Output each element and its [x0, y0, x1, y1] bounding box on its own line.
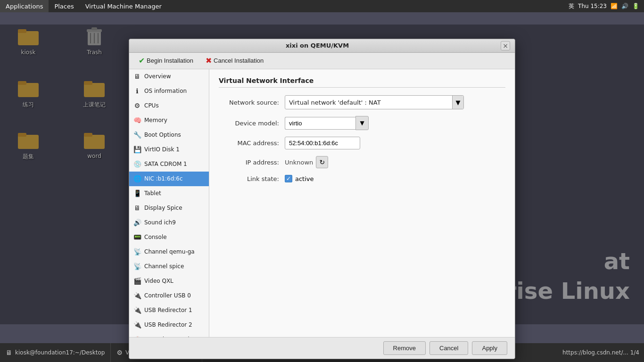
- sidebar-virtio-label: VirtIO Disk 1: [144, 146, 205, 153]
- network-source-row: Network source: Virtual network 'default…: [219, 95, 505, 109]
- topbar: Applications Places Virtual Machine Mana…: [0, 0, 644, 12]
- device-model-wrapper: ▼: [285, 116, 379, 130]
- sidebar-item-video-qxl[interactable]: 🎬 Video QXL: [129, 274, 209, 288]
- sidebar-item-console[interactable]: 📟 Console: [129, 230, 209, 245]
- display-spice-icon: 🖥: [133, 204, 141, 212]
- device-model-control: ▼: [285, 116, 473, 130]
- link-state-control: ✓ active: [285, 175, 473, 182]
- vmm-taskbar-icon: ⚙: [116, 349, 123, 356]
- dialog-titlebar: xixi on QEMU/KVM ×: [129, 39, 515, 53]
- sidebar-item-tablet[interactable]: 📱 Tablet: [129, 186, 209, 201]
- remove-button[interactable]: Remove: [383, 341, 426, 355]
- memory-icon: 🧠: [133, 116, 141, 124]
- channel-qemu-icon: 📡: [133, 247, 141, 256]
- tablet-icon: 📱: [133, 189, 141, 197]
- sidebar-item-controller-usb[interactable]: 🔌 Controller USB 0: [129, 288, 209, 303]
- places-label: Places: [54, 3, 74, 10]
- cpus-icon: ⚙: [133, 101, 141, 110]
- sidebar-item-os-info[interactable]: ℹ OS information: [129, 84, 209, 99]
- device-model-dropdown-btn[interactable]: ▼: [355, 116, 369, 130]
- begin-icon: ✔: [139, 56, 145, 65]
- language-indicator: 英: [569, 2, 574, 10]
- console-icon: 📟: [133, 233, 141, 241]
- sidebar-item-memory[interactable]: 🧠 Memory: [129, 113, 209, 128]
- sidebar-item-channel-qemu[interactable]: 📡 Channel qemu-ga: [129, 245, 209, 259]
- clock: Thu 15:23: [578, 3, 607, 9]
- link-state-text: active: [295, 175, 314, 182]
- cancel-installation-button[interactable]: ✖ Cancel Installation: [201, 54, 268, 67]
- sidebar-item-rng[interactable]: 🎲 RNG /dev/urandom: [129, 332, 209, 337]
- taskbar-terminal[interactable]: 🖥 kiosk@foundation17:~/Desktop: [0, 343, 111, 362]
- sidebar-nic-label: NIC :b1:6d:6c: [144, 175, 205, 182]
- sidebar-item-channel-spice[interactable]: 📡 Channel spice: [129, 259, 209, 274]
- mac-address-label: MAC address:: [219, 140, 285, 147]
- close-button[interactable]: ×: [501, 41, 510, 50]
- sidebar-item-display-spice[interactable]: 🖥 Display Spice: [129, 201, 209, 215]
- device-model-label: Device model:: [219, 120, 285, 127]
- topbar-places[interactable]: Places: [49, 0, 79, 12]
- sata-cdrom-icon: 💿: [133, 160, 141, 168]
- sidebar-console-label: Console: [144, 234, 205, 240]
- sidebar-controller-usb-label: Controller USB 0: [144, 292, 205, 299]
- network-source-arrow[interactable]: ▼: [452, 96, 463, 109]
- sidebar-item-nic[interactable]: 🌐 NIC :b1:6d:6c: [129, 172, 209, 186]
- network-source-control: Virtual network 'default' : NAT ▼: [285, 95, 473, 109]
- topbar-applications[interactable]: Applications: [0, 0, 49, 12]
- ip-value: Unknown: [285, 159, 313, 166]
- ip-wrapper: Unknown ↻: [285, 156, 473, 168]
- sidebar-item-usb-redir2[interactable]: 🔌 USB Redirector 2: [129, 318, 209, 332]
- network-source-label: Network source:: [219, 99, 285, 106]
- apply-button[interactable]: Apply: [472, 341, 507, 355]
- os-info-icon: ℹ: [133, 87, 141, 95]
- wifi-icon: 📶: [611, 3, 618, 9]
- terminal-label: kiosk@foundation17:~/Desktop: [15, 349, 105, 356]
- device-model-row: Device model: ▼: [219, 116, 505, 130]
- sidebar-cpus-label: CPUs: [144, 102, 205, 109]
- device-model-input[interactable]: [285, 117, 355, 130]
- overview-icon: 🖥: [133, 72, 141, 81]
- desktop: kiosk Trash 练习: [0, 12, 644, 343]
- network-source-dropdown[interactable]: Virtual network 'default' : NAT ▼: [285, 95, 464, 109]
- begin-installation-button[interactable]: ✔ Begin Installation: [134, 54, 198, 67]
- ip-address-label: IP address:: [219, 159, 285, 166]
- ip-address-row: IP address: Unknown ↻: [219, 156, 505, 168]
- ip-refresh-button[interactable]: ↻: [316, 156, 328, 168]
- sidebar-boot-options-label: Boot Options: [144, 132, 205, 138]
- cancel-icon: ✖: [206, 56, 212, 65]
- controller-usb-icon: 🔌: [133, 291, 141, 300]
- usb-redir1-icon: 🔌: [133, 306, 141, 314]
- sidebar-item-sata-cdrom[interactable]: 💿 SATA CDROM 1: [129, 157, 209, 172]
- sidebar-item-usb-redir1[interactable]: 🔌 USB Redirector 1: [129, 303, 209, 318]
- sidebar-sata-cdrom-label: SATA CDROM 1: [144, 161, 205, 167]
- topbar-vmm[interactable]: Virtual Machine Manager: [80, 0, 167, 12]
- sidebar-tablet-label: Tablet: [144, 190, 205, 197]
- link-state-label: Link state:: [219, 175, 285, 182]
- dialog-toolbar: ✔ Begin Installation ✖ Cancel Installati…: [129, 53, 515, 70]
- usb-redir2-icon: 🔌: [133, 321, 141, 329]
- dialog-footer: Remove Cancel Apply: [129, 337, 515, 359]
- sidebar-item-cpus[interactable]: ⚙ CPUs: [129, 99, 209, 113]
- sidebar-item-boot-options[interactable]: 🔧 Boot Options: [129, 128, 209, 142]
- sidebar-channel-spice-label: Channel spice: [144, 263, 205, 270]
- applications-label: Applications: [6, 3, 43, 10]
- taskbar-right-text: https://blog.csdn.net/... 1/4: [562, 349, 639, 356]
- section-title: Virtual Network Interface: [219, 77, 505, 88]
- link-state-checkbox[interactable]: ✓: [285, 175, 292, 182]
- link-state-wrapper: ✓ active: [285, 175, 473, 182]
- sidebar: 🖥 Overview ℹ OS information ⚙ CPUs 🧠 Mem…: [129, 69, 209, 337]
- terminal-icon: 🖥: [6, 349, 12, 356]
- sidebar-item-virtio-disk[interactable]: 💾 VirtIO Disk 1: [129, 142, 209, 157]
- boot-options-icon: 🔧: [133, 131, 141, 139]
- sound-ich9-icon: 🔊: [133, 218, 141, 227]
- begin-label: Begin Installation: [147, 57, 193, 64]
- sidebar-item-sound-ich9[interactable]: 🔊 Sound ich9: [129, 215, 209, 230]
- link-state-row: Link state: ✓ active: [219, 175, 505, 182]
- mac-address-input[interactable]: [285, 137, 360, 149]
- volume-icon: 🔊: [621, 3, 628, 9]
- cancel-button[interactable]: Cancel: [429, 341, 468, 355]
- sidebar-usb-redir2-label: USB Redirector 2: [144, 321, 205, 328]
- video-qxl-icon: 🎬: [133, 277, 141, 285]
- sidebar-usb-redir1-label: USB Redirector 1: [144, 307, 205, 313]
- sidebar-item-overview[interactable]: 🖥 Overview: [129, 69, 209, 84]
- sidebar-sound-ich9-label: Sound ich9: [144, 219, 205, 226]
